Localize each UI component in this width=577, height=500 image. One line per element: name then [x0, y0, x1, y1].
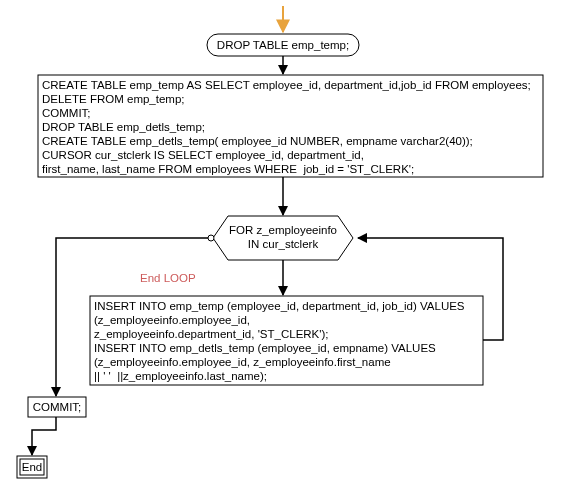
node-commit: COMMIT; — [28, 397, 86, 417]
arrow-commit-to-end — [32, 417, 56, 455]
node-end: End — [17, 456, 47, 478]
block1-line-5: CURSOR cur_stclerk IS SELECT employee_id… — [42, 149, 364, 161]
svg-point-3 — [208, 235, 214, 241]
block1-line-6: first_name, last_name FROM employees WHE… — [42, 163, 414, 175]
block1-line-3: DROP TABLE emp_detls_temp; — [42, 121, 205, 133]
block2-line-0: INSERT INTO emp_temp (employee_id, depar… — [94, 300, 465, 312]
block1-line-1: DELETE FROM emp_temp; — [42, 93, 185, 105]
loop-end-label: End LOOP — [140, 272, 196, 284]
block1-line-0: CREATE TABLE emp_temp AS SELECT employee… — [42, 79, 531, 91]
loop-line-2: IN cur_stclerk — [248, 238, 319, 250]
node-block1: CREATE TABLE emp_temp AS SELECT employee… — [38, 75, 543, 177]
end-text: End — [22, 461, 42, 473]
node-drop-table-text: DROP TABLE emp_temp; — [217, 39, 349, 51]
block2-line-4: (z_employeeinfo.employee_id, z_employeei… — [94, 356, 391, 368]
block2-line-1: (z_employeeinfo.employee_id, — [94, 314, 250, 326]
node-loop: FOR z_employeeinfo IN cur_stclerk — [213, 216, 353, 260]
node-drop-table: DROP TABLE emp_temp; — [207, 34, 359, 56]
node-block2: INSERT INTO emp_temp (employee_id, depar… — [90, 296, 483, 385]
block2-line-3: INSERT INTO emp_detls_temp (employee_id,… — [94, 342, 436, 354]
block1-line-2: COMMIT; — [42, 107, 91, 119]
block1-line-4: CREATE TABLE emp_detls_temp( employee_id… — [42, 135, 473, 147]
block2-line-2: z_employeeinfo.department_id, 'ST_CLERK'… — [94, 328, 329, 340]
block2-line-5: || ' ' ||z_employeeinfo.last_name); — [94, 370, 267, 382]
loop-line-1: FOR z_employeeinfo — [229, 224, 337, 236]
commit-text: COMMIT; — [33, 401, 82, 413]
